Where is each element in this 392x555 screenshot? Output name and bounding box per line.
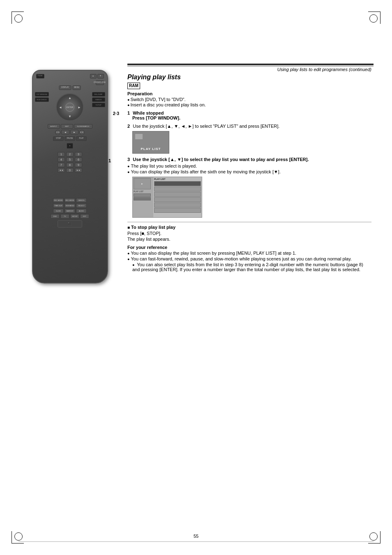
playlist-screen-right: PLAY LIST xyxy=(153,177,202,217)
ram-badge: RAM xyxy=(127,83,140,89)
nav-enter[interactable]: ENTER xyxy=(65,103,74,112)
circle-tl xyxy=(14,14,23,23)
setup-button[interactable]: SETUP xyxy=(70,214,79,219)
num6-button[interactable]: 6 xyxy=(75,157,82,162)
section-title: Playing play lists xyxy=(127,73,371,81)
playlist-screenshot-small: PLAY LIST xyxy=(132,131,169,154)
reference-title: For your reference xyxy=(127,245,371,250)
stop-line1: Press [■, STOP]. xyxy=(127,231,371,236)
joystick[interactable]: ▲ ▼ ◄ ► ENTER xyxy=(56,93,84,121)
display-button[interactable]: DISPLAY xyxy=(59,85,71,90)
top-window-button[interactable]: TOP WINDOW xyxy=(35,92,49,97)
sub-menu-button[interactable]: SUB MENU xyxy=(65,203,75,208)
num8-button[interactable]: 8 xyxy=(66,163,74,167)
nav-down[interactable]: ▼ xyxy=(68,115,71,118)
num0-button[interactable]: 0 xyxy=(66,168,74,173)
right-side-buttons: REL/JUMP STATUS TV/TOP xyxy=(92,92,105,107)
remote-body: TV/AV ▲ ▼ OPEN/CLOSE DISPLAY MENU ▲ ▼ ◄ … xyxy=(32,70,108,283)
playlist-bar xyxy=(134,193,151,197)
vol-up-button[interactable]: ▲ xyxy=(90,74,97,78)
prep-item-2: Insert a disc you created play lists on. xyxy=(127,102,371,107)
stop-button[interactable]: STOP xyxy=(53,136,64,141)
ref-item-1: You can also display the play list scree… xyxy=(127,251,371,256)
tv-top-button[interactable]: TV/TOP xyxy=(92,103,105,107)
playlist-thumb: ▶ xyxy=(134,178,151,189)
playlist-icon xyxy=(135,134,143,140)
nav-left[interactable]: ◄ xyxy=(59,106,62,109)
skip-row: ◄◄ ◄ ► ►► xyxy=(35,130,105,135)
tv-av-button[interactable]: TV/AV xyxy=(36,74,44,78)
pause-button[interactable]: PAUSE xyxy=(65,136,75,141)
rec-dot-button[interactable]: ● xyxy=(67,143,73,149)
ros-check-button[interactable]: ROS·CHECK xyxy=(35,97,49,102)
playlist-screen-content: ▶ PLAY LIST PLAY LIST xyxy=(133,177,202,217)
skip-back-button[interactable]: ◄◄ xyxy=(55,130,60,135)
remote-container: TV/AV ▲ ▼ OPEN/CLOSE DISPLAY MENU ▲ ▼ ◄ … xyxy=(18,70,121,283)
a-input-button[interactable]: A/INPUT xyxy=(48,124,60,129)
num3-button[interactable]: 3 xyxy=(75,152,82,157)
pls-row-4 xyxy=(154,197,201,202)
stop-line2: The play list appears. xyxy=(127,237,371,242)
bottom-buttons: REC MODE REC MODE CANCEL TIME SLIP SUB M… xyxy=(35,198,105,228)
audio-button[interactable]: AUDIO xyxy=(76,209,87,213)
num1-button[interactable]: 1 xyxy=(58,152,65,157)
num5-button[interactable]: 5 xyxy=(66,157,74,162)
skip-button[interactable]: SKIP xyxy=(61,124,73,129)
left-side-buttons: TOP WINDOW ROS·CHECK xyxy=(35,92,49,102)
step-1: 1 While stopped Press [TOP WINDOW]. xyxy=(127,111,371,120)
rec-mode-button[interactable]: REC MODE xyxy=(53,198,64,203)
slow-search-button[interactable]: SLOW/SEARCH xyxy=(74,124,92,129)
marker-button[interactable]: MARKER xyxy=(65,209,75,213)
rel-jump-button[interactable]: REL/JUMP xyxy=(92,92,105,97)
main-content: Playing play lists RAM Preparation Switc… xyxy=(127,73,371,273)
slow-button[interactable]: SLOW xyxy=(53,209,64,213)
step-1-instruction: While stopped xyxy=(133,111,164,115)
prev-button[interactable]: ◄ xyxy=(61,130,69,134)
num4-button[interactable]: 4 xyxy=(58,157,65,162)
nav-ring-container: ▲ ▼ ◄ ► ENTER xyxy=(56,92,84,122)
ext-button[interactable]: EXT xyxy=(80,214,89,219)
skip-fwd-button[interactable]: ►► xyxy=(79,130,85,135)
ref-item-3: ● You can also select play lists from th… xyxy=(127,262,371,272)
next-button[interactable]: ► xyxy=(70,130,78,134)
select-button[interactable]: SELECT xyxy=(76,203,87,208)
rec-mode2-button[interactable]: REC MODE xyxy=(65,198,75,203)
status-button[interactable]: STATUS xyxy=(92,97,105,102)
playlist-label: PLAY LIST xyxy=(133,146,169,151)
step3-bullet-2: You can display the play lists after the… xyxy=(127,169,371,174)
playlist-header: PLAY LIST xyxy=(154,178,201,180)
vol-buttons: ▲ ▼ xyxy=(90,74,104,78)
tv-button[interactable]: TV xyxy=(60,214,69,219)
num7-button[interactable]: 7 xyxy=(58,163,65,167)
num2-button[interactable]: 2 xyxy=(66,152,74,157)
header-title: Using play lists to edit programmes (con… xyxy=(277,67,371,72)
header-rule-thin xyxy=(127,66,374,66)
circle-bl xyxy=(14,532,23,541)
step3-bullet-1: The play list you select is played. xyxy=(127,164,371,168)
step-2: 2 Use the joystick [▲, ▼, ◄, ►] to selec… xyxy=(127,124,371,129)
menu-button[interactable]: MENU xyxy=(73,85,81,90)
transport-row: STOP PAUSE PLAY xyxy=(35,136,105,141)
cancel-button[interactable]: CANCEL xyxy=(76,198,87,203)
bottom-rule xyxy=(18,541,374,542)
reference-section: For your reference You can also display … xyxy=(127,245,371,272)
skip-r-button[interactable]: ►► xyxy=(75,168,82,173)
header-rule-thick xyxy=(127,64,374,65)
skip-l-button[interactable]: ◄◄ xyxy=(58,168,65,173)
nav-up[interactable]: ▲ xyxy=(68,96,71,100)
num9-button[interactable]: 9 xyxy=(75,163,82,167)
vol-dn-button[interactable]: ▼ xyxy=(97,74,104,78)
time-slip-button[interactable]: TIME SLIP xyxy=(53,203,64,208)
play-button[interactable]: PLAY xyxy=(76,136,87,141)
nav-right[interactable]: ► xyxy=(78,106,81,109)
prep-item-1: Switch [DVD, TV] to "DVD". xyxy=(127,97,371,102)
step-3-num: 3 xyxy=(127,157,130,162)
playlist-screen-left: ▶ PLAY LIST xyxy=(133,177,153,217)
step-label-23: 2·3 xyxy=(113,111,119,116)
step-3: 3 Use the joystick [▲, ▼] to select the … xyxy=(127,157,371,162)
pls-row-6 xyxy=(154,208,201,213)
bottom-icon-bar: ⬛ xyxy=(58,220,82,228)
pls-row-5 xyxy=(154,203,201,207)
dvd-button[interactable]: DVD xyxy=(51,214,60,219)
open-close-button[interactable]: OPEN/CLOSE xyxy=(96,81,104,85)
